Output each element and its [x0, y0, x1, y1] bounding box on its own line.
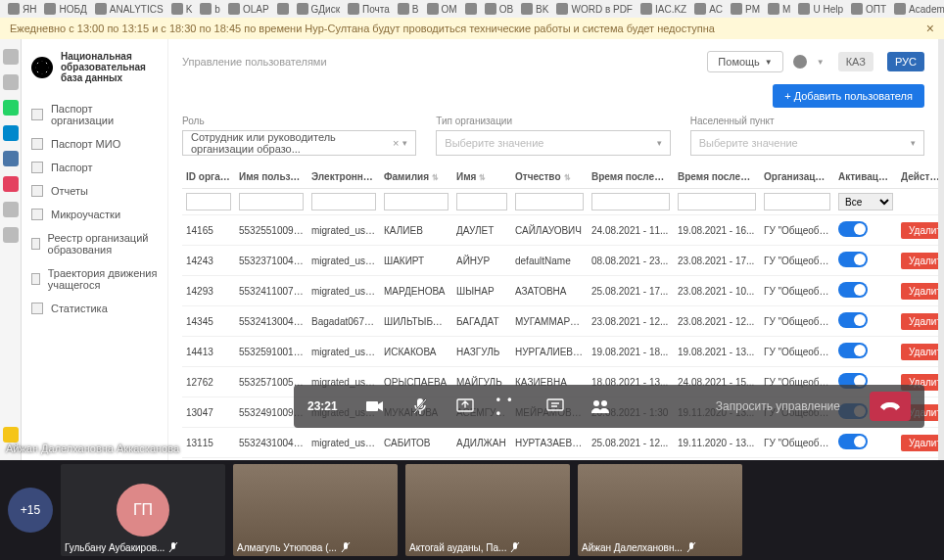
rail-icon[interactable]: [3, 49, 19, 65]
delete-button[interactable]: Удалить: [901, 435, 938, 451]
notice-close-icon[interactable]: ×: [926, 21, 934, 36]
filters: Роль Сотрудник или руководитель организа…: [168, 116, 938, 165]
bookmark-item[interactable]: AC: [692, 3, 725, 15]
column-header[interactable]: Электронная по⇅: [307, 165, 380, 189]
role-select[interactable]: Сотрудник или руководитель организации о…: [182, 130, 416, 156]
bookmark-item[interactable]: OM: [425, 3, 459, 15]
sidebar-item[interactable]: Паспорт организации: [22, 97, 167, 132]
bookmark-item[interactable]: U Help: [796, 3, 845, 15]
bookmark-item[interactable]: ANALYTICS: [93, 3, 165, 15]
bookmark-item[interactable]: Academia: [892, 3, 944, 15]
participant-tile[interactable]: Актогай ауданы, Па...: [405, 464, 570, 556]
column-header[interactable]: Время последн⇅: [588, 165, 674, 189]
column-header[interactable]: Отчество⇅: [511, 165, 588, 189]
bookmark-item[interactable]: B: [396, 3, 421, 15]
column-filter-input[interactable]: [456, 193, 507, 210]
rail-icon[interactable]: [3, 74, 19, 90]
maintenance-notice: Ежедневно с 13:00 по 13:15 и с 18:30 по …: [0, 18, 944, 39]
activation-toggle[interactable]: [838, 252, 868, 267]
column-filter-input[interactable]: [384, 193, 448, 210]
activation-toggle[interactable]: [838, 434, 868, 449]
column-filter-input[interactable]: [678, 193, 756, 210]
delete-button[interactable]: Удалить: [901, 222, 938, 239]
bookmark-favicon: [8, 3, 20, 15]
clear-icon[interactable]: ×: [393, 137, 399, 149]
bookmark-item[interactable]: IAC.KZ: [638, 3, 688, 15]
bookmark-item[interactable]: K: [169, 3, 195, 15]
bookmark-item[interactable]: M: [766, 3, 792, 15]
bookmark-item[interactable]: [275, 3, 291, 15]
column-filter-input[interactable]: [186, 193, 231, 210]
column-header[interactable]: Имя пользоват⇅: [235, 165, 307, 189]
bookmark-item[interactable]: НОБД: [42, 3, 88, 15]
participant-tile[interactable]: Айжан Далелхановн...: [578, 464, 742, 556]
bookmark-item[interactable]: WORD в PDF: [554, 3, 635, 15]
sidebar-item[interactable]: Реестр организаций образования: [22, 226, 167, 261]
column-filter-input[interactable]: [591, 193, 670, 210]
overflow-count[interactable]: +15: [8, 488, 53, 533]
more-icon[interactable]: • • •: [496, 393, 524, 420]
bookmark-item[interactable]: ОПТ: [849, 3, 888, 15]
bookmark-item[interactable]: ЯН: [6, 3, 38, 15]
column-header[interactable]: Фамилия⇅: [380, 165, 452, 189]
delete-button[interactable]: Удалить: [901, 283, 938, 300]
whatsapp-icon[interactable]: [3, 100, 19, 116]
sort-icon: ⇅: [564, 173, 571, 182]
rail-icon[interactable]: [3, 227, 19, 243]
request-control-button[interactable]: Запросить управление: [716, 399, 840, 413]
activation-toggle[interactable]: [838, 282, 868, 298]
user-menu-icon[interactable]: [793, 55, 807, 69]
vk-icon[interactable]: [3, 151, 19, 166]
mic-muted-icon[interactable]: [406, 393, 434, 420]
bookmark-item[interactable]: b: [198, 3, 222, 15]
sidebar-item[interactable]: Паспорт: [22, 156, 167, 179]
lightbulb-icon[interactable]: [3, 427, 19, 443]
delete-button[interactable]: Удалить: [901, 313, 938, 330]
sidebar-item[interactable]: Паспорт МИО: [22, 132, 167, 156]
delete-button[interactable]: Удалить: [901, 344, 938, 360]
bookmark-item[interactable]: OLAP: [226, 3, 271, 15]
help-button[interactable]: Помощь▼: [707, 51, 782, 72]
chat-icon[interactable]: [542, 393, 569, 420]
hang-up-button[interactable]: [870, 392, 911, 421]
column-header[interactable]: Организация⇅: [760, 165, 834, 189]
share-screen-icon[interactable]: [451, 393, 479, 420]
rail-icon[interactable]: [3, 202, 19, 217]
participant-tile[interactable]: Алмагуль Утюпова (...: [233, 464, 398, 556]
column-header[interactable]: Время последн⇅: [674, 165, 760, 189]
sidebar-item[interactable]: Статистика: [22, 297, 167, 320]
participant-tile[interactable]: ГПГульбану Аубакиров...: [61, 464, 225, 556]
column-header[interactable]: Активация/деак⇅: [834, 165, 897, 189]
column-filter-input[interactable]: [311, 193, 376, 210]
column-header[interactable]: ID организации⇅: [182, 165, 235, 189]
column-header[interactable]: Имя⇅: [452, 165, 511, 189]
instagram-icon[interactable]: [3, 176, 19, 192]
camera-icon[interactable]: [361, 393, 389, 420]
orgtype-select[interactable]: Выберите значение: [436, 130, 670, 156]
delete-button[interactable]: Удалить: [901, 253, 938, 269]
activation-toggle[interactable]: [838, 312, 868, 328]
column-header[interactable]: Действие⇅: [897, 165, 938, 189]
bookmark-item[interactable]: [463, 3, 479, 15]
column-filter-input[interactable]: [239, 193, 304, 210]
telegram-icon[interactable]: [3, 125, 19, 141]
bookmark-item[interactable]: Почта: [346, 3, 392, 15]
sidebar-item[interactable]: Отчеты: [22, 179, 167, 203]
bookmark-item[interactable]: GДиск: [295, 3, 343, 15]
lang-rus-button[interactable]: РУС: [887, 52, 924, 71]
activation-toggle[interactable]: [838, 221, 868, 237]
participants-icon[interactable]: [587, 393, 614, 420]
sidebar-item[interactable]: Траектория движения учащегося: [22, 261, 167, 297]
bookmark-item[interactable]: BK: [519, 3, 550, 15]
column-filter-input[interactable]: [515, 193, 584, 210]
activation-toggle[interactable]: [838, 343, 868, 358]
add-user-button[interactable]: + Добавить пользователя: [773, 84, 924, 108]
bookmark-item[interactable]: PM: [729, 3, 762, 15]
sidebar-item[interactable]: Микроучастки: [22, 203, 167, 226]
menu-item-icon: [31, 273, 40, 285]
column-filter-input[interactable]: [764, 193, 830, 210]
lang-kaz-button[interactable]: КАЗ: [838, 52, 873, 71]
locality-select[interactable]: Выберите значение: [690, 130, 924, 156]
bookmark-item[interactable]: OB: [483, 3, 515, 15]
activation-filter[interactable]: Все: [838, 193, 893, 210]
